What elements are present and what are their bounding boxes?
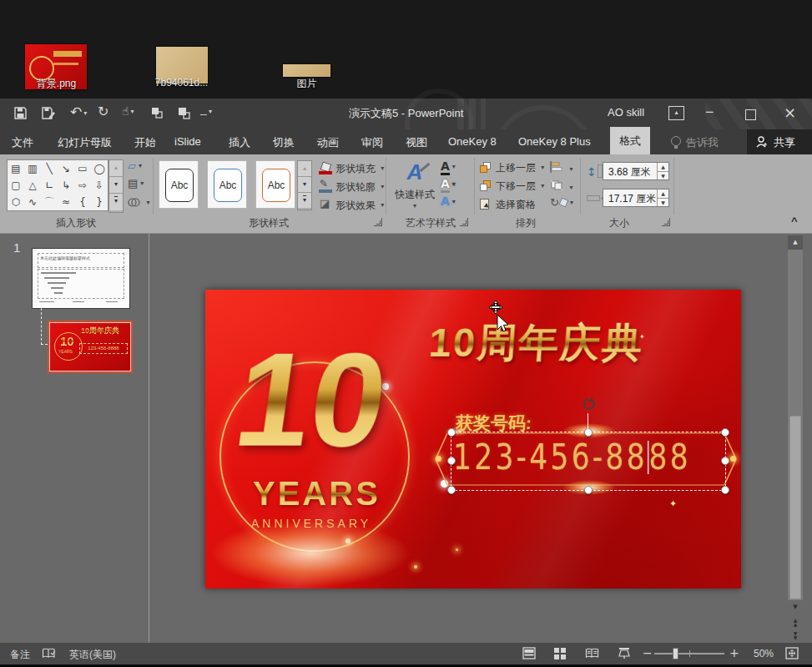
- spin-down-icon[interactable]: ▼: [658, 198, 668, 207]
- tellme-label[interactable]: 告诉我: [686, 135, 719, 150]
- scrollbar-thumb[interactable]: [789, 416, 801, 599]
- touch-mouse-mode-button[interactable]: ☝: [122, 104, 134, 118]
- wordart-dialog-launcher[interactable]: [460, 218, 468, 226]
- insert-textbox-button[interactable]: ▤: [128, 177, 144, 189]
- scroll-down-button[interactable]: ▼: [788, 600, 803, 614]
- close-button[interactable]: ×: [784, 104, 796, 121]
- gallery-more-button[interactable]: ▾: [109, 194, 123, 210]
- shape-style-sample-3[interactable]: Abc: [255, 160, 295, 209]
- normal-view-button[interactable]: [522, 647, 536, 659]
- shape-item[interactable]: ↘: [58, 160, 74, 177]
- shape-item[interactable]: ∟: [41, 177, 58, 194]
- master-slide-thumbnail[interactable]: 单击此处编辑母版标题样式: [32, 248, 130, 309]
- send-backward-qat-button[interactable]: [177, 106, 191, 119]
- maximize-button[interactable]: [745, 109, 756, 120]
- bring-forward-qat-button[interactable]: [150, 106, 164, 119]
- slide-sorter-view-button[interactable]: [553, 647, 567, 659]
- tab-onekey8[interactable]: OneKey 8: [448, 135, 497, 148]
- desktop-icon-label[interactable]: 背景.png: [8, 77, 104, 91]
- fit-to-window-button[interactable]: [785, 647, 799, 659]
- shape-item[interactable]: ↳: [58, 177, 74, 194]
- zoom-level[interactable]: 50%: [754, 648, 774, 659]
- tab-review[interactable]: 审阅: [361, 135, 383, 150]
- spin-down-icon[interactable]: ▼: [658, 171, 668, 180]
- resize-handle-bottom-middle[interactable]: [584, 486, 593, 494]
- previous-slide-button[interactable]: ▲▲: [789, 618, 801, 626]
- gallery-scroll-up-button[interactable]: ▴: [109, 160, 123, 177]
- textbox-selection-border[interactable]: [451, 432, 726, 491]
- redo-button[interactable]: ↻: [98, 104, 108, 119]
- selection-pane-button[interactable]: 选择窗格: [479, 198, 536, 212]
- style-scroll-down-button[interactable]: ▾: [298, 177, 311, 193]
- years-text[interactable]: YEARS: [253, 475, 381, 513]
- shape-item[interactable]: ╲: [41, 160, 58, 177]
- shape-item[interactable]: △: [24, 177, 41, 194]
- zoom-out-button[interactable]: −: [643, 646, 653, 659]
- layout-thumbnail-selected[interactable]: 10 YEARS 10周年庆典 123-456-8888: [48, 321, 133, 373]
- shape-item[interactable]: ▭: [74, 160, 91, 177]
- slide-canvas[interactable]: 10周年庆典 10 YEARS ANNIVERSARY ✦ ✦ 获奖号码: 12…: [205, 290, 741, 589]
- shape-item[interactable]: }: [91, 194, 108, 210]
- style-scroll-up-button[interactable]: ▴: [298, 161, 311, 177]
- addin-label[interactable]: AO skill: [608, 106, 644, 119]
- shape-height-field[interactable]: 3.68 厘米 ▲▼: [603, 162, 669, 180]
- text-effects-button[interactable]: A: [441, 195, 456, 208]
- customize-qat-button[interactable]: [200, 104, 212, 119]
- bring-forward-button[interactable]: 上移一层: [479, 161, 544, 175]
- style-more-button[interactable]: ▾: [298, 193, 311, 208]
- proofing-book-icon[interactable]: [42, 648, 56, 659]
- desktop-icon-label[interactable]: 图片: [267, 77, 346, 91]
- shape-item[interactable]: ▥: [24, 160, 41, 177]
- collapse-ribbon-button[interactable]: ^: [791, 215, 798, 227]
- reading-view-button[interactable]: [585, 648, 599, 659]
- resize-handle-top-right[interactable]: [721, 428, 729, 437]
- tab-animations[interactable]: 动画: [317, 135, 339, 150]
- rotation-handle[interactable]: [581, 397, 596, 412]
- text-fill-button[interactable]: A: [441, 159, 456, 173]
- next-slide-button[interactable]: ▼▼: [789, 631, 801, 639]
- resize-handle-middle-right[interactable]: [721, 457, 729, 465]
- shape-item[interactable]: ⌒: [41, 194, 58, 210]
- save-as-button[interactable]: [41, 106, 56, 120]
- spin-up-icon[interactable]: ▲: [658, 163, 668, 171]
- shape-fill-button[interactable]: 形状填充: [319, 162, 384, 176]
- shape-item[interactable]: ▤: [8, 160, 24, 177]
- gallery-scroll-down-button[interactable]: ▾: [109, 177, 123, 194]
- notes-button[interactable]: 备注: [10, 648, 30, 662]
- shape-styles-dialog-launcher[interactable]: [374, 218, 382, 226]
- shape-style-sample-1[interactable]: Abc: [159, 160, 199, 209]
- language-button[interactable]: 英语(美国): [69, 648, 116, 662]
- tab-slide-master[interactable]: 幻灯片母版: [58, 135, 112, 150]
- resize-handle-bottom-left[interactable]: [447, 486, 456, 494]
- ribbon-display-options-button[interactable]: ▴: [668, 106, 684, 120]
- resize-handle-bottom-right[interactable]: [721, 486, 729, 494]
- scroll-up-button[interactable]: ▲: [788, 235, 803, 250]
- panel-editor-divider[interactable]: [149, 234, 149, 643]
- desktop-icon-label[interactable]: 7b94061d...: [134, 77, 229, 88]
- save-button[interactable]: [13, 106, 28, 120]
- merge-shapes-button[interactable]: [128, 195, 149, 210]
- shape-style-sample-2[interactable]: Abc: [207, 160, 247, 209]
- tab-view[interactable]: 视图: [406, 135, 427, 150]
- shape-width-field[interactable]: 17.17 厘米 ▲▼: [603, 189, 669, 207]
- undo-button[interactable]: ↶: [70, 104, 87, 120]
- shape-outline-button[interactable]: ✎形状轮廓: [319, 180, 384, 195]
- shape-item[interactable]: ∿: [24, 194, 41, 210]
- tab-insert[interactable]: 插入: [229, 135, 250, 150]
- shape-item[interactable]: ▢: [8, 177, 24, 194]
- slide-title[interactable]: 10周年庆典: [427, 316, 739, 370]
- group-objects-button[interactable]: [550, 179, 572, 195]
- spin-up-icon[interactable]: ▲: [658, 189, 668, 198]
- quick-styles-button[interactable]: A 快速样式 ▾: [391, 159, 439, 213]
- shape-item[interactable]: ≈: [58, 194, 74, 210]
- edit-shape-button[interactable]: ▱: [128, 159, 142, 172]
- text-outline-button[interactable]: A: [441, 177, 456, 190]
- shape-item[interactable]: ⇩: [91, 177, 108, 194]
- shape-effects-button[interactable]: ◪形状效果: [319, 199, 384, 213]
- width-spinner[interactable]: ▲▼: [657, 189, 668, 206]
- tab-home[interactable]: 开始: [134, 135, 156, 150]
- share-button[interactable]: 共享: [747, 129, 812, 154]
- rotate-objects-button[interactable]: ↻: [550, 196, 573, 209]
- slideshow-view-button[interactable]: [618, 647, 631, 659]
- shape-item[interactable]: {: [74, 194, 91, 210]
